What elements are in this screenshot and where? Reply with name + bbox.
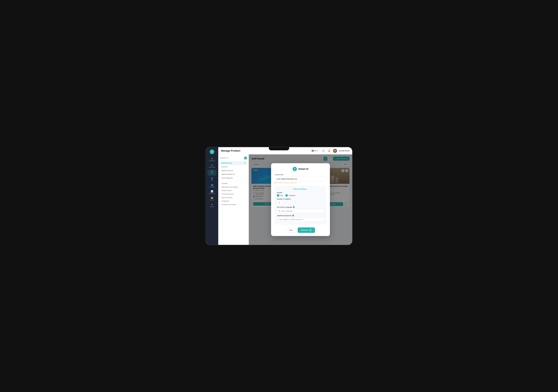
notification-dot: [330, 149, 331, 150]
sidebar-label-my-business: My Business: [209, 193, 215, 194]
sidebar-item-settings[interactable]: ⚙ Settings: [208, 202, 217, 208]
header-actions: 🇬🇧 EN ▾ ✉ 🔔 JK Jourdan Kamal: [310, 149, 349, 153]
sidebar-item-dashboard[interactable]: ⊞ Dashboard: [208, 156, 217, 162]
envelope-icon: ✉: [323, 150, 324, 152]
chapters-input[interactable]: [277, 201, 284, 205]
keywords-info-icon: i: [292, 215, 294, 216]
sidebar-label-products: Products: [210, 173, 214, 175]
quiz-checkbox[interactable]: ✓ Quiz: [277, 194, 283, 196]
sidebar-logo: €: [210, 149, 214, 154]
sidebar-label-my-plan: My Plan: [210, 199, 214, 201]
course-title-field: Course Title You have 25 Smart AI Credit…: [275, 174, 326, 184]
sidebar-item-products[interactable]: 🖼 Products: [208, 170, 217, 176]
sidebar-item-my-plan[interactable]: 💳 My Plan: [208, 196, 217, 202]
app-container: € ⊞ Dashboard 🖥 Page Builder 🖼 Products …: [206, 147, 352, 245]
nav-item-digital-download[interactable]: Digital Download (0): [220, 172, 247, 176]
keywords-input[interactable]: [277, 217, 324, 222]
nav-item-regular-class[interactable]: Regular Class (0): [220, 169, 247, 172]
quiz-label: Quiz: [280, 195, 283, 196]
assignment-label: Assigment: [289, 195, 296, 196]
chevron-down-icon: ▾: [317, 150, 318, 152]
credits-text: You have 25 Smart AI Credits left: [277, 182, 296, 184]
generate-button[interactable]: Generate ›: [298, 227, 315, 233]
my-plan-icon: 💳: [211, 197, 213, 199]
flag-icon: 🇬🇧: [312, 150, 314, 152]
language-label: EN: [315, 150, 317, 152]
language-label-text: Set Course Language: [277, 206, 292, 208]
add-product-button[interactable]: +: [244, 157, 247, 159]
modal-overlay: € Smart AI Course Title You have 25 Smar…: [249, 154, 352, 245]
credits-dot: [275, 182, 276, 183]
nav-sub-quiz[interactable]: Quiz and Survey: [220, 196, 247, 199]
assignment-checkbox[interactable]: ✓ Assigment: [286, 194, 296, 196]
notifications-button[interactable]: 🔔: [327, 149, 331, 153]
language-search-input[interactable]: [277, 209, 324, 213]
nav-item-event[interactable]: Event (0): [220, 165, 247, 169]
search-icon: 🔍: [278, 210, 280, 212]
checkboxes: ✓ Quiz ✓ Assigment: [277, 194, 324, 196]
avatar[interactable]: JK: [333, 149, 337, 153]
sidebar-item-user[interactable]: 👤 User: [208, 176, 217, 182]
sidebar-label-user: User: [211, 180, 213, 181]
sidebar-item-my-business[interactable]: 📊 My Business: [208, 189, 217, 195]
quiz-check-icon: ✓: [277, 194, 279, 196]
nav-sub-attendance[interactable]: Attendance and Progress: [220, 185, 247, 189]
keywords-label: Additional Keywords i: [277, 215, 324, 216]
language-selector[interactable]: 🇬🇧 EN ▾: [310, 149, 319, 153]
keywords-label-text: Additional Keywords: [277, 215, 292, 216]
nav-item-self-paced[interactable]: Self-Paced (15): [220, 161, 247, 165]
nav-label-regular-class: Regular Class (0): [221, 170, 233, 171]
back-button[interactable]: Back: [286, 228, 296, 232]
nav-sub-comments[interactable]: Comment and Ratings: [220, 203, 247, 206]
chapters-label: Number of chapters: [277, 198, 324, 200]
sidebar-label-community: Community: [209, 186, 215, 188]
modal-header: € Smart AI: [275, 167, 326, 171]
smart-ai-modal: € Smart AI Course Title You have 25 Smar…: [271, 163, 330, 236]
language-label: Set Course Language i: [277, 206, 324, 208]
dashboard-icon: ⊞: [211, 158, 213, 160]
user-icon: 👤: [211, 177, 213, 179]
nav-label-event: Event (0): [221, 166, 227, 168]
products-section-title: PRODUCTS: [220, 157, 228, 159]
advance-section: Advance Setting ▲ Include ✓: [275, 186, 326, 225]
nav-sub-schedule[interactable]: Schedule: [220, 182, 247, 185]
products-icon: 🖼: [211, 171, 213, 173]
messages-button[interactable]: ✉: [321, 149, 325, 153]
page-title: Manage Product: [221, 149, 310, 152]
advance-label: Advance Setting: [293, 188, 305, 190]
main-content: Manage Product 🇬🇧 EN ▾ ✉ 🔔: [218, 147, 352, 245]
include-label: Include: [277, 192, 324, 193]
nav-sub-thread[interactable]: Thread Discussion: [220, 192, 247, 196]
body-layout: PRODUCTS + Self-Paced (15) Event (0) Reg…: [218, 154, 352, 245]
content-area: Self-Paced ⊞ ≡ + New Self-Paced: [249, 154, 352, 245]
sidebar-label-settings: Settings: [210, 206, 214, 207]
device-notch: [269, 147, 289, 150]
sidebar-item-page-builder[interactable]: 🖥 Page Builder: [208, 163, 217, 169]
modal-title: Smart AI: [298, 168, 308, 170]
course-title-label: Course Title: [275, 174, 326, 176]
course-title-input[interactable]: [275, 176, 326, 181]
settings-icon: ⚙: [211, 204, 213, 205]
page-builder-icon: 🖥: [211, 164, 213, 166]
modal-footer: Back Generate ›: [275, 227, 326, 233]
modal-logo: €: [293, 167, 297, 171]
sidebar-item-community[interactable]: 👥 Community: [208, 183, 217, 189]
my-business-icon: 📊: [211, 190, 213, 192]
user-name[interactable]: Jourdan Kamal: [339, 150, 349, 152]
generate-label: Generate: [301, 229, 308, 231]
nav-sub-assignment[interactable]: Assignment: [220, 199, 247, 203]
language-section: Set Course Language i 🔍: [277, 206, 324, 213]
nav-sub-bundle[interactable]: Bundle Classes: [220, 189, 247, 192]
nav-divider: [220, 181, 247, 181]
sidebar-label-page-builder: Page Builder: [209, 167, 215, 168]
assignment-check-icon: ✓: [286, 194, 288, 196]
nav-item-cohort-based[interactable]: Cohort Based (0): [220, 176, 247, 180]
generate-arrow-icon: ›: [309, 229, 312, 232]
left-panel-header: PRODUCTS +: [220, 157, 247, 159]
avatar-placeholder: JK: [333, 149, 337, 153]
advance-toggle[interactable]: Advance Setting ▲: [277, 188, 324, 190]
nav-label-digital-download: Digital Download (0): [221, 173, 235, 175]
credits-note: You have 25 Smart AI Credits left: [275, 182, 326, 184]
sidebar-label-dashboard: Dashboard: [209, 160, 215, 162]
chevron-up-icon: ▲: [306, 188, 308, 190]
